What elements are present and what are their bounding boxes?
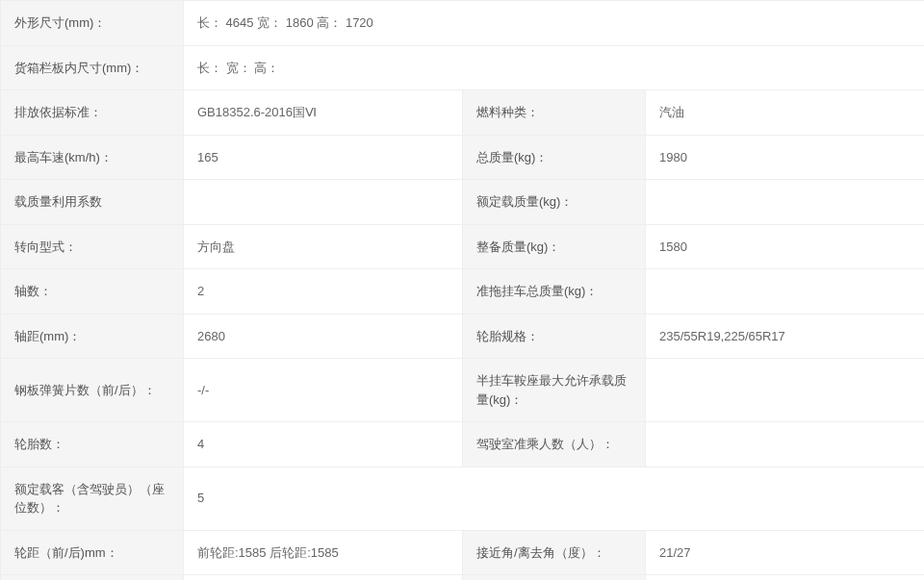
rated-pax-label: 额定载客（含驾驶员）（座位数）： [1,467,184,530]
curb-mass-value: 1580 [646,224,925,269]
steering-label: 转向型式： [1,224,184,269]
cab-seats-label: 驾驶室准乘人数（人）： [463,422,646,467]
track-label: 轮距（前/后)mm： [1,530,184,575]
track-value: 前轮距:1585 后轮距:1585 [184,530,463,575]
cargo-dim-value: 长： 宽： 高： [184,45,925,90]
table-row: 轮胎数： 4 驾驶室准乘人数（人）： [1,422,925,467]
dimensions-value: 长： 4645 宽： 1860 高： 1720 [184,1,925,46]
max-speed-label: 最高车速(km/h)： [1,135,184,180]
fuel-type-value: 汽油 [646,90,925,136]
saddle-load-label: 半挂车鞍座最大允许承载质量(kg)： [463,359,646,422]
trailer-mass-value [646,269,925,315]
refl-model-value [646,575,925,581]
refl-model-label: 反光标识型号： [463,575,646,581]
gross-mass-value: 1980 [646,135,925,180]
steering-value: 方向盘 [184,224,463,269]
refl-mfr-value [184,575,463,581]
tire-spec-label: 轮胎规格： [463,314,646,359]
emission-std-label: 排放依据标准： [1,90,184,136]
table-row: 轴距(mm)： 2680 轮胎规格： 235/55R19,225/65R17 [1,314,925,359]
emission-std-value: GB18352.6-2016国Ⅵ [184,90,463,136]
tire-count-label: 轮胎数： [1,422,184,467]
table-row: 排放依据标准： GB18352.6-2016国Ⅵ 燃料种类： 汽油 [1,90,925,136]
load-coef-label: 载质量利用系数 [1,180,184,225]
axles-value: 2 [184,269,463,315]
table-row: 轮距（前/后)mm： 前轮距:1585 后轮距:1585 接近角/离去角（度）：… [1,530,925,575]
trailer-mass-label: 准拖挂车总质量(kg)： [463,269,646,315]
load-coef-value [184,180,463,225]
fuel-type-label: 燃料种类： [463,90,646,136]
table-row: 钢板弹簧片数（前/后）： -/- 半挂车鞍座最大允许承载质量(kg)： [1,359,925,422]
table-row: 额定载客（含驾驶员）（座位数）： 5 [1,467,925,530]
table-row: 反光标识生产企业： 反光标识型号： [1,575,925,581]
wheelbase-value: 2680 [184,314,463,359]
gross-mass-label: 总质量(kg)： [463,135,646,180]
wheelbase-label: 轴距(mm)： [1,314,184,359]
leaf-spring-value: -/- [184,359,463,422]
cab-seats-value [646,422,925,467]
rated-load-label: 额定载质量(kg)： [463,180,646,225]
table-row: 载质量利用系数 额定载质量(kg)： [1,180,925,225]
saddle-load-value [646,359,925,422]
table-row: 货箱栏板内尺寸(mm)： 长： 宽： 高： [1,45,925,90]
leaf-spring-label: 钢板弹簧片数（前/后）： [1,359,184,422]
angles-value: 21/27 [646,530,925,575]
rated-pax-value: 5 [184,467,925,530]
dimensions-label: 外形尺寸(mm)： [1,1,184,46]
table-row: 最高车速(km/h)： 165 总质量(kg)： 1980 [1,135,925,180]
table-row: 外形尺寸(mm)： 长： 4645 宽： 1860 高： 1720 [1,1,925,46]
rated-load-value [646,180,925,225]
table-row: 轴数： 2 准拖挂车总质量(kg)： [1,269,925,315]
table-row: 转向型式： 方向盘 整备质量(kg)： 1580 [1,224,925,269]
refl-mfr-label: 反光标识生产企业： [1,575,184,581]
vehicle-spec-table: 外形尺寸(mm)： 长： 4645 宽： 1860 高： 1720 货箱栏板内尺… [0,0,924,580]
curb-mass-label: 整备质量(kg)： [463,224,646,269]
tire-count-value: 4 [184,422,463,467]
angles-label: 接近角/离去角（度）： [463,530,646,575]
tire-spec-value: 235/55R19,225/65R17 [646,314,925,359]
max-speed-value: 165 [184,135,463,180]
cargo-dim-label: 货箱栏板内尺寸(mm)： [1,45,184,90]
axles-label: 轴数： [1,269,184,315]
